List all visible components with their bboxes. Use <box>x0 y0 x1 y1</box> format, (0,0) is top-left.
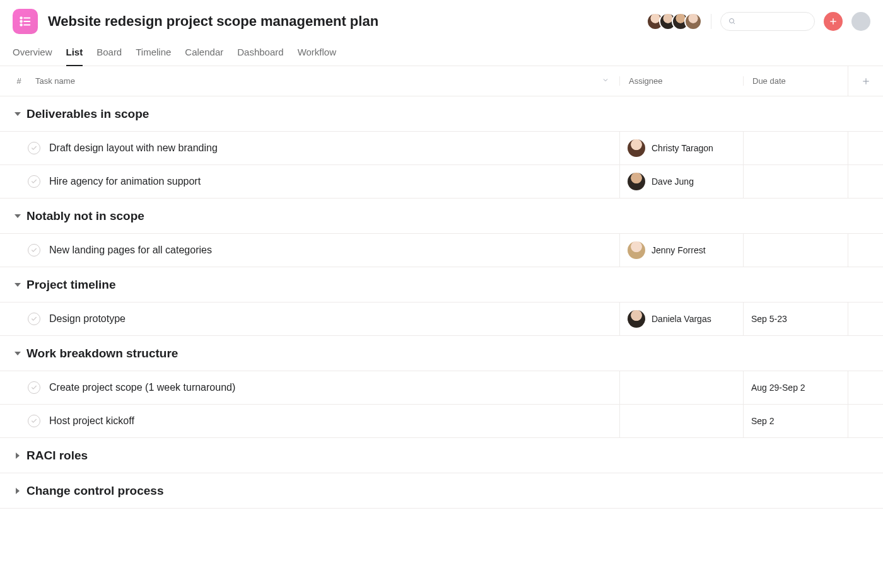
extra-cell[interactable] <box>848 234 883 267</box>
svg-marker-12 <box>15 112 21 116</box>
project-icon[interactable] <box>13 9 38 34</box>
complete-task-button[interactable] <box>28 381 40 394</box>
task-row[interactable]: Hire agency for animation supportDave Ju… <box>0 165 883 199</box>
tab-timeline[interactable]: Timeline <box>136 42 171 66</box>
section-header[interactable]: RACI roles <box>0 438 883 473</box>
section-title: Deliverables in scope <box>26 107 149 121</box>
task-row[interactable]: Design prototypeDaniela VargasSep 5-23 <box>0 303 883 336</box>
tab-workflow[interactable]: Workflow <box>298 42 336 66</box>
complete-task-button[interactable] <box>28 244 40 257</box>
section-title: RACI roles <box>26 449 88 463</box>
assignee-avatar <box>628 139 645 157</box>
tab-calendar[interactable]: Calendar <box>185 42 223 66</box>
due-date-cell[interactable] <box>743 132 848 164</box>
assignee-cell[interactable] <box>619 371 743 404</box>
task-row[interactable]: New landing pages for all categoriesJenn… <box>0 234 883 267</box>
search-icon <box>728 17 736 26</box>
profile-avatar[interactable] <box>851 12 870 31</box>
svg-marker-15 <box>15 352 21 355</box>
due-date-cell[interactable]: Sep 5-23 <box>743 303 848 335</box>
section-header[interactable]: Work breakdown structure <box>0 336 883 371</box>
complete-task-button[interactable] <box>28 175 40 188</box>
assignee-cell[interactable] <box>619 405 743 437</box>
complete-task-button[interactable] <box>28 313 40 325</box>
search-box[interactable] <box>720 12 815 31</box>
assignee-avatar <box>628 241 645 259</box>
extra-cell[interactable] <box>848 132 883 164</box>
assignee-cell[interactable]: Daniela Vargas <box>619 303 743 335</box>
due-date-cell[interactable]: Sep 2 <box>743 405 848 437</box>
section-header[interactable]: Project timeline <box>0 267 883 303</box>
project-title[interactable]: Website redesign project scope managemen… <box>48 13 378 30</box>
extra-cell[interactable] <box>848 303 883 335</box>
triangle-down-icon[interactable] <box>13 111 23 117</box>
column-task-name[interactable]: Task name <box>25 76 619 86</box>
due-date-cell[interactable]: Aug 29-Sep 2 <box>743 371 848 404</box>
assignee-name: Dave Jung <box>652 176 694 187</box>
section-header[interactable]: Deliverables in scope <box>0 96 883 132</box>
svg-point-0 <box>20 17 22 19</box>
task-name[interactable]: Host project kickoff <box>49 415 134 427</box>
svg-marker-16 <box>16 453 20 459</box>
triangle-down-icon[interactable] <box>13 350 23 357</box>
assignee-cell[interactable]: Dave Jung <box>619 165 743 198</box>
column-assignee[interactable]: Assignee <box>619 76 743 86</box>
task-name[interactable]: Design prototype <box>49 313 126 325</box>
tab-list[interactable]: List <box>66 42 83 66</box>
triangle-down-icon[interactable] <box>13 282 23 288</box>
column-header-row: # Task name Assignee Due date <box>0 66 883 96</box>
svg-point-6 <box>729 19 734 23</box>
assignee-name: Christy Taragon <box>652 143 713 153</box>
section-header[interactable]: Change control process <box>0 473 883 509</box>
chevron-down-icon[interactable] <box>602 76 609 86</box>
task-name[interactable]: Hire agency for animation support <box>49 176 201 187</box>
view-tabs: OverviewListBoardTimelineCalendarDashboa… <box>0 42 883 66</box>
due-date-cell[interactable] <box>743 165 848 198</box>
divider <box>711 14 711 29</box>
task-name[interactable]: Create project scope (1 week turnaround) <box>49 382 235 393</box>
section-title: Work breakdown structure <box>26 347 178 360</box>
section-title: Notably not in scope <box>26 209 144 223</box>
svg-marker-17 <box>16 488 20 494</box>
extra-cell[interactable] <box>848 405 883 437</box>
svg-point-2 <box>20 21 22 23</box>
search-input[interactable] <box>740 17 807 26</box>
svg-point-4 <box>20 24 22 26</box>
due-date-cell[interactable] <box>743 234 848 267</box>
svg-marker-14 <box>15 283 21 287</box>
assignee-avatar <box>628 173 645 190</box>
add-button[interactable] <box>824 12 843 31</box>
assignee-cell[interactable]: Jenny Forrest <box>619 234 743 267</box>
member-avatars[interactable] <box>646 13 702 30</box>
section-header[interactable]: Notably not in scope <box>0 199 883 234</box>
assignee-cell[interactable]: Christy Taragon <box>619 132 743 164</box>
triangle-down-icon[interactable] <box>13 213 23 219</box>
plus-icon <box>829 17 838 26</box>
triangle-right-icon[interactable] <box>13 488 23 494</box>
assignee-name: Daniela Vargas <box>652 314 711 324</box>
task-name[interactable]: Draft design layout with new branding <box>49 142 218 154</box>
complete-task-button[interactable] <box>28 415 40 427</box>
extra-cell[interactable] <box>848 371 883 404</box>
task-row[interactable]: Host project kickoffSep 2 <box>0 405 883 438</box>
tab-dashboard[interactable]: Dashboard <box>237 42 283 66</box>
tab-board[interactable]: Board <box>96 42 122 66</box>
extra-cell[interactable] <box>848 165 883 198</box>
task-row[interactable]: Draft design layout with new brandingChr… <box>0 132 883 165</box>
task-name[interactable]: New landing pages for all categories <box>49 245 212 256</box>
plus-icon <box>862 77 870 86</box>
column-due-date[interactable]: Due date <box>743 76 848 86</box>
svg-marker-13 <box>15 214 21 218</box>
section-title: Project timeline <box>26 278 116 292</box>
column-number: # <box>0 76 25 86</box>
tab-overview[interactable]: Overview <box>13 42 52 66</box>
add-column-button[interactable] <box>848 66 883 96</box>
assignee-name: Jenny Forrest <box>652 245 706 255</box>
svg-line-7 <box>733 22 734 23</box>
avatar[interactable] <box>684 13 702 30</box>
task-row[interactable]: Create project scope (1 week turnaround)… <box>0 371 883 405</box>
assignee-avatar <box>628 310 645 328</box>
section-title: Change control process <box>26 484 164 498</box>
complete-task-button[interactable] <box>28 142 40 154</box>
triangle-right-icon[interactable] <box>13 453 23 459</box>
